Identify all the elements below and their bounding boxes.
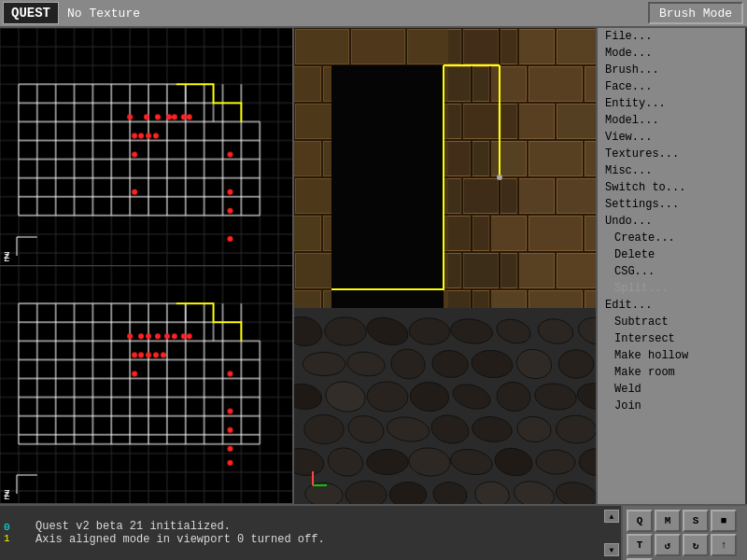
status-num-0: 0: [4, 522, 24, 533]
menu-item-mode---[interactable]: Mode...: [598, 45, 745, 62]
viewport-bottom-canvas: [0, 266, 292, 503]
right-menu-panel: File...Mode...Brush...Face...Entity...Mo…: [598, 28, 745, 504]
brush-mode-button[interactable]: Brush Mode: [648, 2, 743, 24]
tool-button-6[interactable]: ↻: [683, 534, 709, 556]
scroll-down-button[interactable]: ▼: [604, 543, 619, 556]
status-line-1: Axis aligned mode in viewport 0 turned o…: [35, 533, 595, 546]
menu-item-switch-to---[interactable]: Switch to...: [598, 179, 745, 196]
tool-panel: QMS■T↺↻↑↓: [621, 506, 747, 560]
viewport-top[interactable]: Z: [0, 28, 292, 266]
menu-item-settings---[interactable]: Settings...: [598, 196, 745, 213]
3d-canvas: [294, 28, 598, 504]
menu-item-file---[interactable]: File...: [598, 28, 745, 45]
axis-label-top: Z: [4, 250, 10, 261]
menu-item-make-room[interactable]: Make room: [598, 364, 745, 381]
menu-item-model---[interactable]: Model...: [598, 112, 745, 129]
status-numbers: 0 1: [0, 506, 28, 560]
status-line-0: Quest v2 beta 21 initialized.: [35, 520, 595, 533]
menu-item-intersect[interactable]: Intersect: [598, 330, 745, 347]
menu-item-misc---[interactable]: Misc...: [598, 162, 745, 179]
menu-item-create---[interactable]: Create...: [598, 230, 745, 246]
menu-item-csg---[interactable]: CSG...: [598, 263, 745, 280]
tool-button-1[interactable]: M: [655, 510, 681, 532]
menu-item-face---[interactable]: Face...: [598, 78, 745, 95]
status-bar: 0 1 Quest v2 beta 21 initialized. Axis a…: [0, 504, 747, 560]
scroll-up-button[interactable]: ▲: [604, 510, 619, 523]
menu-item-weld[interactable]: Weld: [598, 381, 745, 398]
title-bar: QUEST No Texture Brush Mode: [0, 0, 747, 28]
texture-label: No Texture: [67, 7, 648, 21]
menu-item-entity---[interactable]: Entity...: [598, 95, 745, 112]
left-panel: Z Z: [0, 28, 294, 504]
viewport-top-canvas: [0, 28, 292, 265]
quest-logo: QUEST: [3, 2, 59, 24]
menu-item-subtract[interactable]: Subtract: [598, 314, 745, 330]
status-text: Quest v2 beta 21 initialized. Axis align…: [28, 506, 602, 560]
menu-item-join[interactable]: Join: [598, 398, 745, 414]
menu-item-split---: Split...: [598, 280, 745, 297]
menu-item-make-hollow[interactable]: Make hollow: [598, 347, 745, 364]
main-area: Z Z File...Mode...Brush...Face...Entity.…: [0, 28, 747, 504]
menu-item-textures---[interactable]: Textures...: [598, 146, 745, 162]
tool-button-5[interactable]: ↺: [655, 534, 681, 556]
status-num-1: 1: [4, 533, 24, 544]
status-scroll: ▲ ▼: [602, 506, 621, 560]
menu-item-undo---[interactable]: Undo...: [598, 213, 745, 230]
axis-label-bottom: Z: [4, 488, 10, 499]
3d-viewport[interactable]: [294, 28, 598, 504]
tool-button-0[interactable]: Q: [627, 510, 653, 532]
menu-item-brush---[interactable]: Brush...: [598, 62, 745, 78]
tool-button-7[interactable]: ↑: [711, 534, 737, 556]
menu-item-edit---[interactable]: Edit...: [598, 297, 745, 314]
menu-item-delete[interactable]: Delete: [598, 246, 745, 263]
tool-button-3[interactable]: ■: [711, 510, 737, 532]
tool-button-2[interactable]: S: [683, 510, 709, 532]
menu-item-view---[interactable]: View...: [598, 129, 745, 146]
viewport-bottom[interactable]: Z: [0, 266, 292, 504]
tool-button-4[interactable]: T: [627, 534, 653, 556]
